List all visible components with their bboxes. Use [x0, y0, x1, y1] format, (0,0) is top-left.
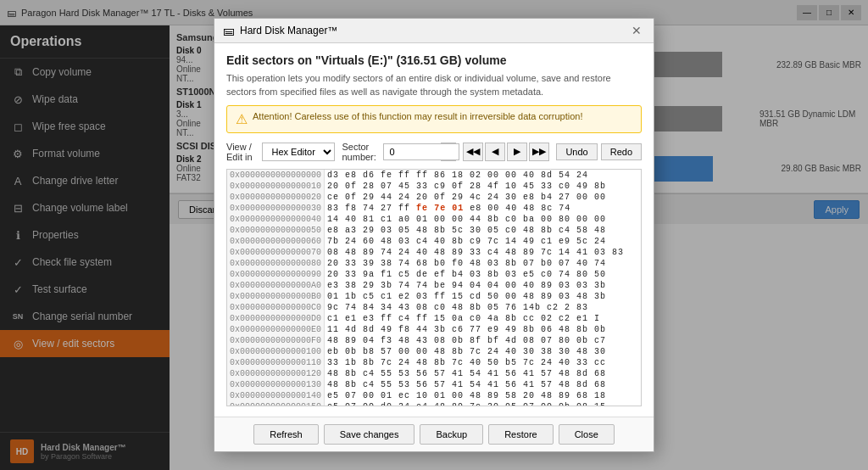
hex-bytes: c1 e1 e3 ff c4 ff 15 0a c0 4a 8b cc 02 c… [325, 313, 642, 324]
hex-row: 0x000000000000012048 8b c4 55 53 56 57 4… [227, 368, 642, 379]
nav-next-button[interactable]: ▶ [507, 143, 527, 161]
sector-number-input[interactable] [383, 143, 459, 160]
hex-bytes: 48 8b c4 55 53 56 57 41 54 41 56 41 57 4… [325, 379, 642, 390]
hex-bytes: 48 89 04 f3 48 43 08 0b 8f bf 4d 08 07 8… [325, 335, 642, 346]
hex-bytes: 08 48 89 74 24 40 48 89 33 c4 48 89 7c 1… [325, 247, 642, 258]
hex-bytes: d3 e8 d6 fe ff ff 86 18 02 00 00 40 8d 5… [325, 170, 642, 181]
hex-row: 0x000000000000007008 48 89 74 24 40 48 8… [227, 247, 642, 258]
hex-address: 0x00000000000000D0 [227, 313, 325, 324]
hex-editor[interactable]: 0x0000000000000000d3 e8 d6 fe ff ff 86 1… [226, 169, 642, 406]
hex-address: 0x0000000000000140 [227, 390, 325, 401]
hex-row: 0x0000000000000140e5 07 00 01 ec 10 01 0… [227, 390, 642, 401]
hex-bytes: 48 8b c4 55 53 56 57 41 54 41 56 41 57 4… [325, 368, 642, 379]
modal-redo-button[interactable]: Redo [601, 143, 642, 160]
undo-redo-group: Undo Redo [556, 143, 642, 160]
restore-button[interactable]: Restore [488, 424, 554, 445]
hex-address: 0x00000000000000C0 [227, 302, 325, 313]
hex-address: 0x0000000000000100 [227, 346, 325, 357]
hex-address: 0x0000000000000150 [227, 401, 325, 406]
hex-bytes: 11 4d 8d 49 f8 44 3b c6 77 e9 49 8b 06 4… [325, 324, 642, 335]
modal-titlebar: 🖴 Hard Disk Manager™ ✕ [214, 19, 654, 43]
nav-last-button[interactable]: ▶▶ [529, 143, 549, 161]
hex-address: 0x0000000000000000 [227, 170, 325, 181]
modal-warning: ⚠ Attention! Careless use of this functi… [226, 105, 642, 133]
hex-address: 0x0000000000000060 [227, 236, 325, 247]
modal-overlay: 🖴 Hard Disk Manager™ ✕ Edit sectors on "… [0, 0, 868, 470]
hex-bytes: eb 0b b8 57 00 00 48 8b 7c 24 40 30 38 3… [325, 346, 642, 357]
hex-bytes: e5 07 00 01 ec 10 01 00 48 89 58 20 48 8… [325, 390, 642, 401]
hex-row: 0x000000000000011033 1b 8b 7c 24 48 8b 7… [227, 357, 642, 368]
hex-row: 0x00000000000000F048 89 04 f3 48 43 08 0… [227, 335, 642, 346]
modal-title-text: Hard Disk Manager™ [240, 25, 337, 36]
hex-address: 0x00000000000000A0 [227, 280, 325, 291]
hex-row: 0x000000000000001020 0f 28 07 45 33 c9 0… [227, 181, 642, 192]
hex-address: 0x0000000000000120 [227, 368, 325, 379]
view-edit-label: View / Edit in [226, 142, 255, 162]
modal-body: Edit sectors on "Virtuals (E:)" (316.51 … [214, 43, 654, 417]
hex-bytes: e8 a3 29 03 05 48 8b 5c 30 05 c0 48 8b c… [325, 225, 642, 236]
hex-row: 0x000000000000004014 40 81 c1 a0 01 00 0… [227, 214, 642, 225]
hex-address: 0x0000000000000040 [227, 214, 325, 225]
hex-address: 0x00000000000000F0 [227, 335, 325, 346]
modal-heading: Edit sectors on "Virtuals (E:)" (316.51 … [226, 53, 642, 67]
backup-button[interactable]: Backup [420, 424, 483, 445]
hex-bytes: 83 f8 74 27 ff fe 7e 01 e8 00 40 48 8c 7… [325, 203, 642, 214]
hex-address: 0x0000000000000110 [227, 357, 325, 368]
view-select[interactable]: Hex Editor Text Editor [262, 143, 335, 161]
hex-bytes: ce 0f 29 44 24 20 0f 29 4c 24 30 e8 b4 2… [325, 192, 642, 203]
hex-address: 0x00000000000000E0 [227, 324, 325, 335]
hex-address: 0x0000000000000030 [227, 203, 325, 214]
hex-row: 0x00000000000000A0e3 38 29 3b 74 74 be 9… [227, 280, 642, 291]
hex-row: 0x00000000000000E011 4d 8d 49 f8 44 3b c… [227, 324, 642, 335]
hex-bytes: 9c 74 84 34 43 08 c0 48 8b 05 76 14b c2 … [325, 302, 642, 313]
hex-row: 0x000000000000009020 33 9a f1 c5 de ef b… [227, 269, 642, 280]
hex-row: 0x00000000000000B001 1b c5 c1 e2 03 ff 1… [227, 291, 642, 302]
sector-label: Sector number: [342, 142, 376, 162]
modal-footer: Refresh Save changes Backup Restore Clos… [214, 417, 654, 451]
hex-bytes: 14 40 81 c1 a0 01 00 00 44 8b c0 ba 00 8… [325, 214, 642, 225]
nav-prev-button[interactable]: ◀ [485, 143, 505, 161]
hex-row: 0x000000000000013048 8b c4 55 53 56 57 4… [227, 379, 642, 390]
sector-input-group: ▲ ▼ [383, 143, 456, 161]
modal-app-icon: 🖴 [223, 24, 235, 37]
hex-row: 0x0000000000000150c5 07 00 d0 34 c4 48 8… [227, 401, 642, 406]
hex-table: 0x0000000000000000d3 e8 d6 fe ff ff 86 1… [227, 170, 642, 406]
hex-address: 0x0000000000000070 [227, 247, 325, 258]
hex-row: 0x0000000000000020ce 0f 29 44 24 20 0f 2… [227, 192, 642, 203]
nav-first-button[interactable]: ◀◀ [463, 143, 483, 161]
hex-address: 0x00000000000000B0 [227, 291, 325, 302]
hex-address: 0x0000000000000080 [227, 258, 325, 269]
controls-row: View / Edit in Hex Editor Text Editor Se… [226, 142, 642, 162]
hex-bytes: 7b 24 60 48 03 c4 40 8b c9 7c 14 49 c1 e… [325, 236, 642, 247]
hex-row: 0x00000000000000D0c1 e1 e3 ff c4 ff 15 0… [227, 313, 642, 324]
refresh-button[interactable]: Refresh [253, 424, 319, 445]
hex-bytes: 20 0f 28 07 45 33 c9 0f 28 4f 10 45 33 c… [325, 181, 642, 192]
hex-address: 0x0000000000000010 [227, 181, 325, 192]
hex-address: 0x0000000000000020 [227, 192, 325, 203]
modal-undo-button[interactable]: Undo [556, 143, 597, 160]
hex-row: 0x00000000000000C09c 74 84 34 43 08 c0 4… [227, 302, 642, 313]
hex-row: 0x00000000000000607b 24 60 48 03 c4 40 8… [227, 236, 642, 247]
nav-buttons: ◀◀ ◀ ▶ ▶▶ [463, 143, 549, 161]
close-button[interactable]: Close [559, 424, 615, 445]
hex-address: 0x0000000000000130 [227, 379, 325, 390]
hex-row: 0x0000000000000100eb 0b b8 57 00 00 48 8… [227, 346, 642, 357]
hex-row: 0x000000000000008020 33 39 38 74 68 b0 f… [227, 258, 642, 269]
hex-row: 0x000000000000003083 f8 74 27 ff fe 7e 0… [227, 203, 642, 214]
warning-icon: ⚠ [236, 111, 248, 127]
edit-sectors-modal: 🖴 Hard Disk Manager™ ✕ Edit sectors on "… [214, 18, 654, 452]
hex-bytes: 20 33 9a f1 c5 de ef b4 03 8b 03 e5 c0 7… [325, 269, 642, 280]
hex-address: 0x0000000000000090 [227, 269, 325, 280]
hex-bytes: 20 33 39 38 74 68 b0 f0 48 03 8b 07 b0 0… [325, 258, 642, 269]
hex-bytes: 01 1b c5 c1 e2 03 ff 15 cd 50 00 48 89 0… [325, 291, 642, 302]
modal-close-x-button[interactable]: ✕ [628, 24, 645, 37]
save-changes-button[interactable]: Save changes [324, 424, 415, 445]
modal-description: This operation lets you modify sectors o… [226, 72, 642, 98]
hex-bytes: 33 1b 8b 7c 24 48 8b 7c 40 50 b5 7c 24 4… [325, 357, 642, 368]
hex-row: 0x0000000000000000d3 e8 d6 fe ff ff 86 1… [227, 170, 642, 181]
hex-bytes: c5 07 00 d0 34 c4 48 89 7c 30 95 07 00 0… [325, 401, 642, 406]
modal-warning-text: Attention! Careless use of this function… [253, 111, 582, 121]
hex-address: 0x0000000000000050 [227, 225, 325, 236]
hex-row: 0x0000000000000050e8 a3 29 03 05 48 8b 5… [227, 225, 642, 236]
hex-bytes: e3 38 29 3b 74 74 be 94 04 04 00 40 89 0… [325, 280, 642, 291]
